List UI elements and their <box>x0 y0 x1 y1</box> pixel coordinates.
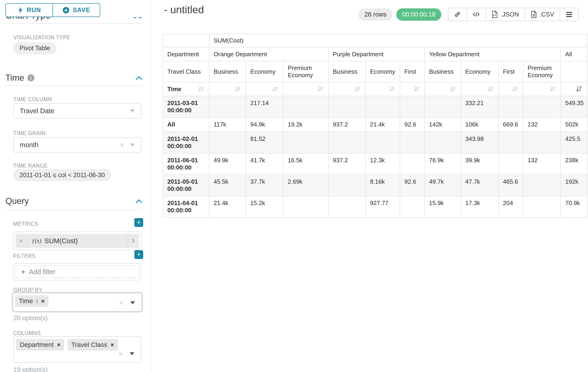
pivot-value-cell: 217.14 <box>246 96 283 117</box>
metrics-container: × ƒ(x) SUM(Cost) › <box>13 232 141 250</box>
pivot-value-cell: 669.6 <box>499 118 523 132</box>
chevron-right-icon[interactable]: › <box>127 234 139 248</box>
time-column-value: Travel Date <box>20 107 54 115</box>
remove-chip-icon[interactable]: × <box>57 341 60 349</box>
hamburger-menu-icon <box>566 11 573 17</box>
row-dim-sorter-cell[interactable]: Time <box>163 82 209 96</box>
column-sorter-cell[interactable] <box>400 82 424 96</box>
chevron-down-icon <box>130 352 134 355</box>
pivot-value-cell: 142k <box>425 118 461 132</box>
export-json-button[interactable]: .JSON <box>485 8 525 21</box>
pivot-value-cell: 332.21 <box>461 96 498 117</box>
pivot-value-cell: 343.98 <box>461 132 498 153</box>
filters-label: FILTERS <box>13 253 36 259</box>
remove-metric-icon[interactable]: × <box>16 234 27 248</box>
pivot-value-cell <box>499 153 523 174</box>
info-icon[interactable]: i <box>27 74 34 81</box>
column-sorter-cell[interactable] <box>523 82 561 96</box>
pivot-data-row: 2011-02-01 00:00:0081.52343.98425.5 <box>163 132 587 153</box>
pivot-value-cell <box>329 175 365 196</box>
time-grain-label: TIME GRAIN <box>13 130 46 137</box>
columns-chip-travel-class[interactable]: Travel Class × <box>68 339 118 351</box>
time-grain-select[interactable]: month × <box>13 137 141 152</box>
chevron-up-icon[interactable] <box>136 199 142 204</box>
pivot-value-cell <box>400 96 424 117</box>
menu-button[interactable] <box>560 8 578 21</box>
export-csv-button[interactable]: .CSV <box>525 8 560 21</box>
clear-icon[interactable]: × <box>118 350 123 358</box>
clear-icon[interactable]: × <box>119 141 124 149</box>
pivot-data-row: 2011-05-01 00:00:0045.5k37.7k2.69k8.16k9… <box>163 175 587 196</box>
run-button[interactable]: RUN <box>5 3 53 17</box>
divider <box>5 210 141 210</box>
embed-code-button[interactable] <box>466 8 485 21</box>
pivot-value-cell: 94.9k <box>246 118 283 132</box>
pivot-table: SUM(Cost) DepartmentOrange DepartmentPur… <box>163 34 588 218</box>
pivot-value-cell: 549.35 <box>561 96 587 117</box>
pivot-value-cell: 502k <box>561 118 587 132</box>
sort-icon <box>354 85 361 93</box>
sort-icon <box>487 85 494 93</box>
add-filter-button[interactable]: + <box>134 250 143 259</box>
pivot-value-cell: 204 <box>499 196 523 217</box>
column-sorter-cell[interactable] <box>284 82 328 96</box>
sort-icon <box>511 85 519 93</box>
run-save-button-group: RUN SAVE <box>5 3 100 17</box>
pivot-data-row: All117k94.9k19.2k937.221.4k92.6142k106k6… <box>163 118 587 132</box>
columns-chip-department[interactable]: Department × <box>16 339 64 351</box>
pivot-value-cell: 70.9k <box>561 196 587 217</box>
link-icon <box>454 11 461 18</box>
time-section-header[interactable]: Time i <box>5 73 142 83</box>
column-sorter-cell[interactable] <box>461 82 498 96</box>
column-sorter-cell[interactable] <box>561 82 587 96</box>
row-label-cell: All <box>163 118 209 132</box>
add-filter-dropzone[interactable]: + Add filter <box>16 266 139 278</box>
metrics-label: METRICS <box>13 221 38 227</box>
pivot-value-cell: 12.3k <box>366 153 400 174</box>
column-sorter-cell[interactable] <box>499 82 523 96</box>
save-button[interactable]: SAVE <box>52 3 100 17</box>
share-link-button[interactable] <box>448 8 466 21</box>
pivot-value-cell: 45.5k <box>210 175 246 196</box>
remove-chip-icon[interactable]: × <box>110 341 114 349</box>
file-text-icon <box>531 11 537 18</box>
column-sorter-cell[interactable] <box>425 82 461 96</box>
viz-type-pill[interactable]: Pivot Table <box>13 42 56 54</box>
query-timer-badge: 00:00:00.18 <box>396 8 441 21</box>
chart-title[interactable]: - untitled <box>164 4 204 16</box>
sub-dim-label-cell: Travel Class <box>163 61 209 82</box>
time-range-label: TIME RANGE <box>13 163 48 169</box>
columns-label: COLUMNS <box>13 330 41 336</box>
time-range-pill[interactable]: 2011-01-01 ≤ col < 2011-06-30 <box>13 169 111 181</box>
pivot-value-cell <box>425 96 461 117</box>
add-metric-button[interactable]: + <box>134 218 143 227</box>
pivot-value-cell: 37.7k <box>246 175 283 196</box>
group-by-select[interactable]: Time i × × <box>12 292 142 312</box>
column-sorter-cell[interactable] <box>246 82 283 96</box>
column-sorter-cell[interactable] <box>210 82 246 96</box>
query-section-header[interactable]: Query <box>5 196 142 206</box>
clear-icon[interactable]: × <box>119 299 123 307</box>
pivot-value-cell <box>366 132 400 153</box>
column-sorter-cell[interactable] <box>366 82 400 96</box>
group-by-chip-time[interactable]: Time i × <box>15 295 48 307</box>
pivot-value-cell: 106k <box>461 118 498 132</box>
time-column-select[interactable]: Travel Date <box>13 103 141 118</box>
pivot-value-cell <box>284 196 328 217</box>
metric-chip[interactable]: × ƒ(x) SUM(Cost) › <box>16 234 139 248</box>
remove-chip-icon[interactable]: × <box>41 298 45 305</box>
sub-columns-row: Travel ClassBusinessEconomyPremium Econo… <box>163 61 587 82</box>
sub-column-header-cell: Premium Economy <box>284 61 328 82</box>
columns-select[interactable]: Department × Travel Class × × <box>13 336 141 363</box>
metric-name: SUM(Cost) <box>44 237 78 245</box>
chevron-up-icon[interactable] <box>136 75 142 80</box>
chart-header-actions: 26 rows 00:00:00.18 .JSON <box>358 8 579 21</box>
sort-desc-icon <box>576 85 583 93</box>
sort-icon <box>549 85 556 93</box>
info-icon[interactable]: i <box>36 298 38 304</box>
chevron-down-icon <box>130 109 135 113</box>
pivot-value-cell <box>284 96 328 117</box>
pivot-value-cell: 49.7k <box>425 175 461 196</box>
columns-options-hint: 19 option(s) <box>13 366 48 372</box>
column-sorter-cell[interactable] <box>329 82 365 96</box>
